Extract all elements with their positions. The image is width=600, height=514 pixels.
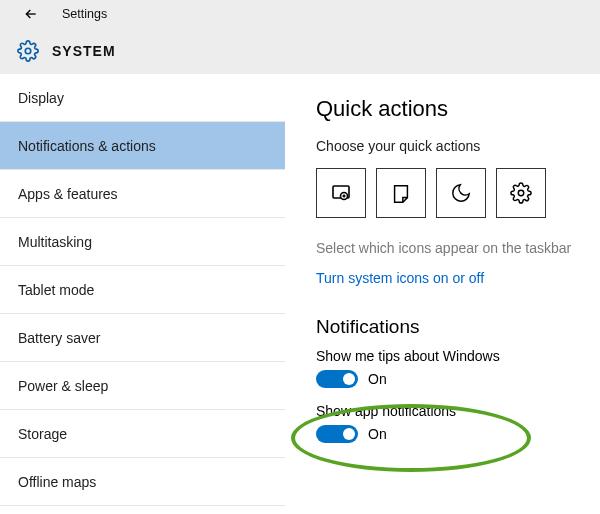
moon-icon xyxy=(450,182,472,204)
notifications-heading: Notifications xyxy=(316,316,584,338)
sidebar-item-offline-maps[interactable]: Offline maps xyxy=(0,458,285,506)
quick-actions-heading: Quick actions xyxy=(316,96,584,122)
quick-actions-row xyxy=(316,168,584,218)
sidebar-item-notifications-actions[interactable]: Notifications & actions xyxy=(0,122,285,170)
tips-toggle[interactable]: On xyxy=(316,370,387,388)
sidebar-item-apps-features[interactable]: Apps & features xyxy=(0,170,285,218)
app-notifications-toggle[interactable]: On xyxy=(316,425,387,443)
settings-gear-icon xyxy=(16,39,40,63)
quick-tile-quiet-hours[interactable] xyxy=(436,168,486,218)
app-notifications-toggle-state: On xyxy=(368,426,387,442)
sidebar-item-display[interactable]: Display xyxy=(0,74,285,122)
section-title: SYSTEM xyxy=(52,43,116,59)
tips-row: Show me tips about Windows On xyxy=(316,348,584,391)
app-notifications-row: Show app notifications On xyxy=(316,403,584,446)
sidebar: Display Notifications & actions Apps & f… xyxy=(0,74,286,514)
app-title: Settings xyxy=(62,7,107,21)
tablet-mode-icon xyxy=(329,181,353,205)
tips-label: Show me tips about Windows xyxy=(316,348,584,364)
quick-tile-tablet-mode[interactable] xyxy=(316,168,366,218)
sidebar-item-tablet-mode[interactable]: Tablet mode xyxy=(0,266,285,314)
window-header: Settings SYSTEM xyxy=(0,0,600,74)
sidebar-item-battery-saver[interactable]: Battery saver xyxy=(0,314,285,362)
note-icon xyxy=(390,182,412,204)
quick-tile-note[interactable] xyxy=(376,168,426,218)
svg-point-3 xyxy=(518,190,524,196)
quick-tile-settings[interactable] xyxy=(496,168,546,218)
back-button[interactable] xyxy=(22,5,40,23)
svg-point-0 xyxy=(25,48,31,54)
gear-icon xyxy=(510,182,532,204)
sidebar-item-default-apps[interactable]: Default apps xyxy=(0,506,285,514)
system-icons-link[interactable]: Turn system icons on or off xyxy=(316,270,484,286)
quick-actions-subheading: Choose your quick actions xyxy=(316,138,584,154)
sidebar-item-power-sleep[interactable]: Power & sleep xyxy=(0,362,285,410)
sidebar-item-multitasking[interactable]: Multitasking xyxy=(0,218,285,266)
app-notifications-label: Show app notifications xyxy=(316,403,584,419)
content-pane: Quick actions Choose your quick actions xyxy=(286,74,600,514)
sidebar-item-storage[interactable]: Storage xyxy=(0,410,285,458)
tips-toggle-state: On xyxy=(368,371,387,387)
taskbar-icons-hint: Select which icons appear on the taskbar xyxy=(316,240,584,256)
